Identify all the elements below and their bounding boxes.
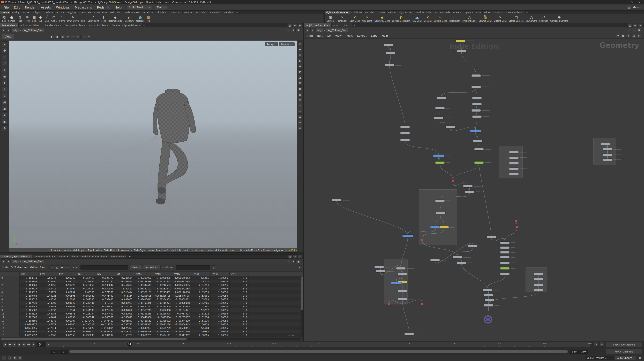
shelf-tab-drive-simulation[interactable]: Drive Simulation bbox=[503, 10, 525, 14]
shelf-tab-collisions[interactable]: Collisions bbox=[350, 10, 364, 14]
shelf-tool-ambient-light[interactable]: ◌Ambient Light bbox=[461, 14, 478, 23]
shelf-tool-portal-light[interactable]: ▭Portal Light bbox=[448, 14, 461, 23]
view-state-button[interactable]: View bbox=[2, 34, 14, 39]
box-select-icon[interactable]: ⬚ bbox=[76, 34, 81, 39]
network-menu-labs[interactable]: Labs bbox=[369, 34, 380, 37]
vertices-mode-icon[interactable]: △ bbox=[54, 265, 59, 270]
transport-go-start-button[interactable]: |◀ bbox=[3, 342, 7, 347]
network-menu-add[interactable]: Add bbox=[305, 34, 315, 37]
network-node[interactable] bbox=[391, 282, 402, 284]
transport-next-frame-button[interactable]: ▶▶ bbox=[26, 342, 31, 347]
pane-tab-scene-view[interactable]: Scene View▾ bbox=[0, 23, 18, 27]
pose-tool-icon[interactable]: ⌖ bbox=[2, 67, 7, 73]
network-node[interactable] bbox=[436, 97, 446, 99]
network-node[interactable] bbox=[600, 143, 610, 145]
scrollbar-thumb[interactable] bbox=[301, 276, 303, 310]
table-row[interactable]: 140.09746551.475119.02150.779823-0.04438… bbox=[0, 326, 304, 330]
pane-tab-new-tab-button[interactable]: + bbox=[127, 255, 132, 258]
menu-render[interactable]: Render bbox=[22, 4, 38, 10]
transport-stop-button[interactable]: ■ bbox=[17, 342, 21, 347]
path-node-chip[interactable]: A__Vellum_Sim bbox=[22, 260, 44, 263]
network-node[interactable] bbox=[436, 212, 446, 214]
network-node[interactable] bbox=[463, 185, 472, 187]
group-list-icon[interactable]: ≡ bbox=[298, 103, 302, 108]
network-tab-mat[interactable]: /mat▾ bbox=[332, 23, 342, 27]
network-node[interactable] bbox=[484, 299, 494, 301]
network-node[interactable] bbox=[472, 86, 481, 88]
material-tool-icon[interactable]: ◐ bbox=[2, 106, 7, 112]
network-node[interactable] bbox=[430, 259, 440, 261]
shelf-tool-sky-light[interactable]: ☁Sky Light bbox=[411, 14, 423, 23]
table-row[interactable]: 40.1095171.501779.002940.639660.5719960.… bbox=[0, 290, 304, 294]
shelf-tool-camera[interactable]: ▣Camera bbox=[326, 14, 336, 23]
shelf-tool-platonic-solids[interactable]: ◆Platonic Solids bbox=[107, 14, 124, 23]
shelf-tab-fem[interactable]: FEM bbox=[475, 10, 482, 14]
node-path-value[interactable]: OUT_Garment_Vellum_Sim bbox=[10, 266, 44, 269]
network-node[interactable] bbox=[484, 294, 493, 296]
target-icon[interactable]: ◎ bbox=[18, 356, 22, 360]
network-node[interactable] bbox=[456, 40, 465, 42]
column-header-uv-0[interactable]: uv[0] bbox=[192, 272, 210, 276]
network-node[interactable] bbox=[509, 151, 518, 153]
horizontal-splitter[interactable] bbox=[0, 253, 304, 255]
column-header-p-y[interactable]: P[y] bbox=[39, 272, 58, 276]
network-node[interactable] bbox=[434, 117, 443, 119]
pane-tab-animation-editor[interactable]: Animation Editor▾ bbox=[32, 255, 57, 258]
viewport-persp-selector[interactable]: Persp▾ bbox=[265, 42, 278, 46]
menu-megascans[interactable]: Megascans bbox=[72, 4, 94, 10]
info-icon[interactable]: i bbox=[286, 28, 290, 32]
snapshot-icon[interactable]: ▣ bbox=[637, 28, 641, 32]
network-node[interactable] bbox=[472, 103, 482, 105]
shelf-tool-path[interactable]: ⌒Path bbox=[80, 14, 86, 23]
network-node[interactable] bbox=[472, 109, 481, 112]
snap-point-icon[interactable]: ◈ bbox=[66, 34, 70, 39]
network-node[interactable] bbox=[402, 235, 413, 237]
shelf-tab-lights-and-cameras[interactable]: Lights and Cameras bbox=[324, 10, 350, 14]
column-header-p-z[interactable]: P[z] bbox=[58, 272, 77, 276]
network-list-icon[interactable]: ≡ bbox=[626, 34, 631, 38]
shelf-tool-l-system[interactable]: ⋔L-System bbox=[124, 14, 135, 23]
table-row[interactable]: 50.1094831.499219.005950.6800490.4754530… bbox=[0, 294, 304, 298]
context-path-field[interactable]: /obj/A__Vellum_... bbox=[586, 356, 614, 360]
network-node[interactable] bbox=[332, 199, 341, 201]
shelf-tool-vr-camera[interactable]: ◎VR Camera bbox=[525, 14, 538, 23]
shelf-tool-point-light[interactable]: ☀Point Light bbox=[336, 14, 348, 23]
forward-button[interactable]: ▶ bbox=[6, 28, 10, 32]
table-row[interactable]: 100.1043241.487589.018780.1237340.554409… bbox=[0, 312, 304, 315]
pane-split-horizontal-icon[interactable]: ◫ bbox=[288, 255, 292, 259]
pane-tab-composite-view[interactable]: Composite View▾ bbox=[63, 23, 87, 27]
column-header-uv-1[interactable]: uv[1] bbox=[210, 272, 230, 276]
shelf-tab-deform[interactable]: Deform bbox=[43, 10, 54, 14]
rotate-tool-icon[interactable]: ⟳ bbox=[2, 54, 7, 60]
shelf-tab-texture[interactable]: Texture bbox=[54, 10, 66, 14]
select-backface-icon[interactable]: ◨ bbox=[55, 34, 60, 39]
info-icon[interactable]: i bbox=[626, 28, 631, 32]
network-grid-icon[interactable]: ⊞ bbox=[632, 34, 636, 38]
garment-model[interactable] bbox=[153, 89, 196, 204]
minimize-button[interactable]: — bbox=[621, 0, 628, 4]
maximize-button[interactable]: ▢ bbox=[628, 0, 635, 4]
network-node[interactable] bbox=[500, 247, 510, 249]
playback-start-field[interactable]: 1 bbox=[59, 350, 68, 354]
network-node[interactable] bbox=[534, 289, 543, 291]
reflections-icon[interactable]: ◪ bbox=[298, 75, 302, 80]
background-image-icon[interactable]: ▤ bbox=[298, 92, 302, 97]
network-node[interactable] bbox=[386, 52, 395, 54]
network-menu-tools[interactable]: Tools bbox=[344, 34, 355, 37]
network-node[interactable] bbox=[457, 262, 466, 264]
pane-split-vertical-icon[interactable]: ⊟ bbox=[292, 23, 297, 27]
menu-assets[interactable]: Assets bbox=[38, 4, 54, 10]
menu-file[interactable]: File bbox=[1, 4, 11, 10]
shelf-tool-switcher[interactable]: ⇄Switcher bbox=[538, 14, 549, 23]
shelf-tool-tube[interactable]: ▯Tube bbox=[16, 14, 23, 23]
network-node[interactable] bbox=[509, 162, 518, 164]
column-header-n-x[interactable]: N[x] bbox=[77, 272, 96, 276]
scale-tool-icon[interactable]: ⤢ bbox=[2, 61, 7, 66]
shelf-tool-gi-light[interactable]: ☀GI Light bbox=[423, 14, 433, 23]
shelf-tab-viscous-fluids[interactable]: Viscous Fluids bbox=[433, 10, 452, 14]
pane-split-horizontal-icon[interactable]: ◫ bbox=[288, 23, 292, 27]
path-root-chip[interactable]: obj bbox=[316, 28, 323, 32]
column-header-rest-2[interactable]: rest[2] bbox=[172, 272, 192, 276]
vertical-scrollbar[interactable] bbox=[301, 276, 303, 337]
table-row[interactable]: 00.1080131.512448.992490.2544180.9251720… bbox=[0, 276, 304, 280]
